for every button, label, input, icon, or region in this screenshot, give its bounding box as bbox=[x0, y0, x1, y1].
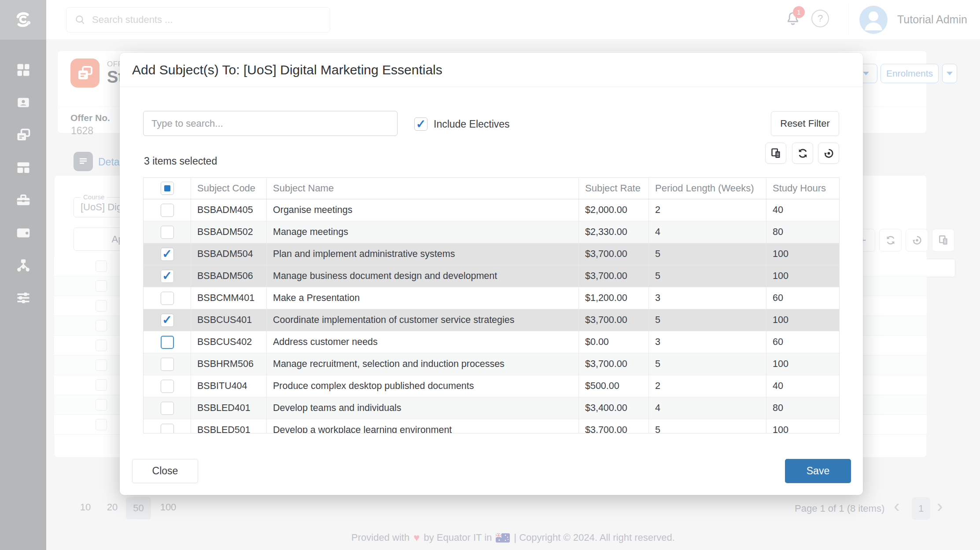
subject-period: 2 bbox=[648, 199, 766, 221]
subject-code: BSBHRM506 bbox=[191, 353, 266, 375]
subject-period: 4 bbox=[648, 221, 766, 243]
select-all-checkbox[interactable] bbox=[161, 182, 174, 195]
subject-row[interactable]: BSBLED401Develop teams and individuals$3… bbox=[144, 397, 839, 419]
subject-period: 3 bbox=[648, 287, 766, 309]
subject-hours: 100 bbox=[766, 419, 839, 433]
subject-hours: 100 bbox=[766, 309, 839, 331]
row-checkbox[interactable] bbox=[161, 380, 174, 393]
subject-rate: $3,700.00 bbox=[578, 419, 648, 433]
include-electives-checkbox[interactable]: ✓ bbox=[414, 117, 427, 131]
subject-hours: 100 bbox=[766, 353, 839, 375]
subject-row[interactable]: BSBCUS402Address customer needs$0.00360 bbox=[144, 331, 839, 353]
subject-name: Produce complex desktop published docume… bbox=[266, 375, 578, 397]
subject-code: BSBCUS401 bbox=[191, 309, 266, 331]
col-subject-code[interactable]: Subject Code bbox=[191, 178, 266, 199]
subject-period: 5 bbox=[648, 419, 766, 433]
subject-code: BSBCUS402 bbox=[191, 331, 266, 353]
reset-filter-button[interactable]: Reset Filter bbox=[771, 111, 839, 136]
subject-code: BSBADM405 bbox=[191, 199, 266, 221]
subject-name: Address customer needs bbox=[266, 331, 578, 353]
col-subject-name[interactable]: Subject Name bbox=[266, 178, 578, 199]
subject-code: BSBLED401 bbox=[191, 397, 266, 419]
subject-name: Develop teams and individuals bbox=[266, 397, 578, 419]
subject-table-header: Subject Code Subject Name Subject Rate P… bbox=[144, 178, 839, 199]
row-checkbox[interactable] bbox=[161, 358, 174, 371]
row-checkbox[interactable] bbox=[161, 336, 174, 349]
column-chooser-button[interactable] bbox=[765, 143, 786, 164]
row-checkbox[interactable]: ✓ bbox=[161, 248, 174, 261]
subject-hours: 80 bbox=[766, 221, 839, 243]
row-checkbox-cell bbox=[144, 353, 191, 375]
app-screen: 1 ? Tutorial Admin OFF St Offer No. 1628… bbox=[0, 0, 980, 550]
row-checkbox[interactable] bbox=[161, 292, 174, 305]
row-checkbox[interactable] bbox=[161, 402, 174, 415]
history-button[interactable] bbox=[818, 143, 839, 164]
subject-period: 5 bbox=[648, 353, 766, 375]
row-checkbox-cell: ✓ bbox=[144, 309, 191, 331]
subject-rate: $3,700.00 bbox=[578, 353, 648, 375]
column-chooser-icon bbox=[770, 147, 782, 159]
subject-row[interactable]: BSBCMM401Make a Presentation$1,200.00360 bbox=[144, 287, 839, 309]
subject-rate: $2,330.00 bbox=[578, 221, 648, 243]
subject-code: BSBADM506 bbox=[191, 265, 266, 287]
subject-row[interactable]: BSBADM502Manage meetings$2,330.00480 bbox=[144, 221, 839, 243]
subject-name: Develop a workplace learning environment bbox=[266, 419, 578, 433]
row-checkbox[interactable]: ✓ bbox=[161, 314, 174, 327]
row-checkbox[interactable] bbox=[161, 204, 174, 217]
subject-code: BSBLED501 bbox=[191, 419, 266, 433]
subject-table: Subject Code Subject Name Subject Rate P… bbox=[143, 177, 840, 433]
subject-hours: 60 bbox=[766, 287, 839, 309]
subject-name: Manage business document design and deve… bbox=[266, 265, 578, 287]
row-checkbox[interactable] bbox=[161, 226, 174, 239]
modal-header: Add Subject(s) To: [UoS] Digital Marketi… bbox=[120, 53, 863, 87]
subject-hours: 40 bbox=[766, 199, 839, 221]
refresh-icon bbox=[797, 147, 809, 159]
subject-period: 2 bbox=[648, 375, 766, 397]
subject-hours: 40 bbox=[766, 375, 839, 397]
row-checkbox[interactable] bbox=[161, 424, 174, 434]
subject-code: BSBADM502 bbox=[191, 221, 266, 243]
col-study-hours[interactable]: Study Hours bbox=[766, 178, 839, 199]
subject-period: 5 bbox=[648, 265, 766, 287]
history-icon bbox=[823, 147, 835, 159]
subject-row[interactable]: BSBLED501Develop a workplace learning en… bbox=[144, 419, 839, 433]
include-electives-control: ✓ Include Electives bbox=[414, 117, 510, 131]
subject-search-input[interactable] bbox=[143, 111, 398, 136]
row-checkbox-cell bbox=[144, 331, 191, 353]
close-button[interactable]: Close bbox=[132, 459, 198, 483]
subject-row[interactable]: ✓BSBCUS401Coordinate implementation of c… bbox=[144, 309, 839, 331]
subject-name: Manage meetings bbox=[266, 221, 578, 243]
row-checkbox[interactable]: ✓ bbox=[161, 270, 174, 283]
row-checkbox-cell bbox=[144, 375, 191, 397]
col-subject-rate[interactable]: Subject Rate bbox=[578, 178, 648, 199]
subject-table-body: BSBADM405Organise meetings$2,000.00240BS… bbox=[144, 199, 839, 433]
row-checkbox-cell bbox=[144, 221, 191, 243]
subject-code: BSBCMM401 bbox=[191, 287, 266, 309]
col-period-length[interactable]: Period Length (Weeks) bbox=[648, 178, 766, 199]
subject-rate: $1,200.00 bbox=[578, 287, 648, 309]
refresh-button[interactable] bbox=[792, 143, 813, 164]
subject-rate: $3,700.00 bbox=[578, 309, 648, 331]
subject-row[interactable]: BSBITU404Produce complex desktop publish… bbox=[144, 375, 839, 397]
save-button[interactable]: Save bbox=[785, 459, 851, 483]
selection-summary: 3 items selected bbox=[144, 155, 217, 167]
subject-row[interactable]: ✓BSBADM504Plan and implement administrat… bbox=[144, 243, 839, 265]
row-checkbox-cell: ✓ bbox=[144, 265, 191, 287]
subject-name: Organise meetings bbox=[266, 199, 578, 221]
row-checkbox-cell bbox=[144, 287, 191, 309]
add-subjects-modal: Add Subject(s) To: [UoS] Digital Marketi… bbox=[120, 53, 863, 495]
subject-name: Plan and implement administrative system… bbox=[266, 243, 578, 265]
subject-row[interactable]: BSBADM405Organise meetings$2,000.00240 bbox=[144, 199, 839, 221]
subject-row[interactable]: BSBHRM506Manage recruitment, selection a… bbox=[144, 353, 839, 375]
subject-name: Coordinate implementation of customer se… bbox=[266, 309, 578, 331]
subject-row[interactable]: ✓BSBADM506Manage business document desig… bbox=[144, 265, 839, 287]
subject-hours: 100 bbox=[766, 265, 839, 287]
select-all-cell bbox=[144, 178, 191, 199]
subject-name: Manage recruitment, selection and induct… bbox=[266, 353, 578, 375]
subject-period: 5 bbox=[648, 243, 766, 265]
subject-code: BSBITU404 bbox=[191, 375, 266, 397]
subject-code: BSBADM504 bbox=[191, 243, 266, 265]
row-checkbox-cell bbox=[144, 419, 191, 433]
include-electives-label: Include Electives bbox=[434, 118, 510, 130]
subject-rate: $2,000.00 bbox=[578, 199, 648, 221]
